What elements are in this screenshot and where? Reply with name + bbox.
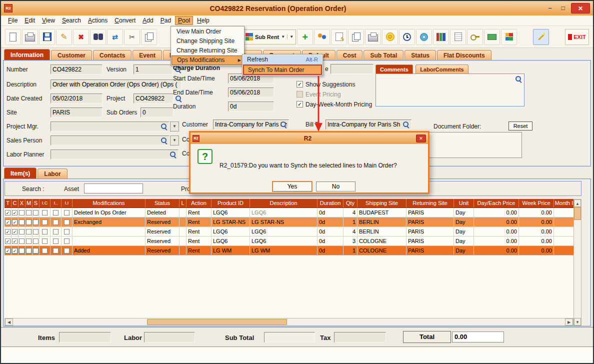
menu-view[interactable]: View <box>39 16 58 25</box>
date-created-field[interactable]: 05/02/2018 <box>50 94 102 104</box>
no-button[interactable]: No <box>316 182 356 192</box>
menu-add[interactable]: Add <box>140 16 156 25</box>
sales-person-field[interactable] <box>50 136 170 146</box>
menu-item-ops-modifications[interactable]: Ops Modifications ▶ <box>172 56 244 65</box>
row-checkbox[interactable]: ✓ <box>4 246 12 255</box>
row-checkbox[interactable] <box>40 236 50 246</box>
maximize-button[interactable]: □ <box>556 3 570 14</box>
table-row[interactable]: ✓ ✓ Added Reserved Rent LG WM LG WM 0d 1… <box>4 246 574 256</box>
project-mgr-search-icon[interactable] <box>160 123 168 130</box>
scrollbar-thumb[interactable] <box>147 319 287 325</box>
row-checkbox[interactable] <box>62 218 72 226</box>
row-checkbox[interactable] <box>40 227 50 236</box>
scroll-left-icon[interactable]: ◀ <box>5 318 13 326</box>
end-date-field[interactable]: 05/06/2018 <box>228 88 274 98</box>
tab-items[interactable]: Item(s) <box>4 168 36 178</box>
duration-field[interactable]: 0d <box>228 102 274 112</box>
history-button[interactable] <box>399 29 415 45</box>
duplicate-button[interactable] <box>348 29 364 45</box>
project-mgr-field[interactable] <box>50 122 170 132</box>
tab-comments[interactable]: Comments <box>376 64 413 74</box>
menu-item-change-shipping-site[interactable]: Change Shipping Site <box>172 36 244 46</box>
tab-information[interactable]: Information <box>4 49 50 60</box>
menu-edit[interactable]: Edit <box>22 16 38 25</box>
scroll-right-icon[interactable]: ▶ <box>565 318 573 326</box>
row-checkbox[interactable] <box>50 208 62 217</box>
sales-person-dropdown[interactable]: ▼ <box>170 136 179 146</box>
row-checkbox[interactable] <box>18 208 26 217</box>
row-checkbox[interactable] <box>62 246 72 255</box>
security-button[interactable] <box>467 29 483 45</box>
scrollbar-thumb[interactable] <box>574 207 581 220</box>
number-field[interactable]: CO429822 <box>50 64 102 74</box>
row-checkbox[interactable] <box>32 227 40 236</box>
transfer-button[interactable]: ⇄ <box>107 29 123 45</box>
dialog-titlebar[interactable]: R2 R2 ✕ <box>190 132 428 144</box>
labor-planner-search-icon[interactable] <box>170 151 176 158</box>
table-row[interactable]: ✓ ✓ Reserved Rent LGQ6 LGQ6 0d 3 COLOGNE… <box>4 236 574 246</box>
scrollbar-track[interactable] <box>574 220 581 318</box>
menu-help[interactable]: Help <box>194 16 212 25</box>
labor-planner-field[interactable] <box>50 150 178 160</box>
row-checkbox[interactable] <box>50 218 62 226</box>
chevron-down-icon[interactable]: ▼ <box>287 34 294 39</box>
project-mgr-dropdown[interactable]: ▼ <box>170 122 179 132</box>
row-checkbox[interactable] <box>18 236 26 246</box>
row-checkbox[interactable] <box>40 218 50 226</box>
row-checkbox[interactable]: ✓ <box>12 246 18 255</box>
menu-search[interactable]: Search <box>59 16 84 25</box>
comments-textarea[interactable] <box>376 74 524 106</box>
description-field[interactable]: Order with Operation Order (Ops Order) (… <box>50 80 182 90</box>
event-pricing-checkbox[interactable] <box>296 91 303 98</box>
components-button[interactable] <box>501 29 517 45</box>
reset-button[interactable]: Reset <box>508 122 532 130</box>
menu-file[interactable]: File <box>5 16 20 25</box>
notes-button[interactable] <box>450 29 466 45</box>
row-checkbox[interactable] <box>32 236 40 246</box>
menu-item-change-returning-site[interactable]: Change Returning Site <box>172 46 244 56</box>
row-checkbox[interactable]: ✓ <box>4 218 12 226</box>
tab-cost[interactable]: Cost <box>336 50 363 60</box>
feedback-button[interactable]: ☺ <box>382 29 398 45</box>
project-search-icon[interactable] <box>175 95 182 102</box>
tab-sub-total[interactable]: Sub Total <box>364 50 404 60</box>
row-checkbox[interactable] <box>50 236 62 246</box>
row-checkbox[interactable] <box>32 246 40 255</box>
menu-item-synch-to-main-order[interactable]: Synch To Main Order <box>243 64 322 75</box>
row-checkbox[interactable]: ✓ <box>12 227 18 236</box>
table-row[interactable]: ✓ ✓ Deleted In Ops Order Deleted Rent LG… <box>4 208 574 218</box>
horizontal-scrollbar[interactable]: ◀ ▶ <box>4 318 574 326</box>
row-checkbox[interactable] <box>50 246 62 255</box>
cut-button[interactable]: ✂ <box>124 29 140 45</box>
tab-labor[interactable]: Labor <box>38 168 67 178</box>
row-checkbox[interactable] <box>26 218 32 226</box>
row-checkbox[interactable] <box>18 218 26 226</box>
row-checkbox[interactable] <box>18 246 26 255</box>
row-checkbox[interactable] <box>26 227 32 236</box>
menu-convert[interactable]: Convert <box>112 16 138 25</box>
close-button[interactable]: ✕ <box>571 3 590 14</box>
add-line-button[interactable]: + <box>297 29 313 45</box>
row-checkbox[interactable]: ✓ <box>12 218 18 226</box>
tab-customer[interactable]: Customer <box>51 50 92 60</box>
row-checkbox[interactable] <box>26 208 32 217</box>
yes-button[interactable]: Yes <box>272 182 312 192</box>
menu-item-view-main-order[interactable]: View Main Order <box>172 27 244 36</box>
print-preview-button[interactable] <box>365 29 381 45</box>
version-field[interactable]: 1 <box>134 64 172 74</box>
menu-pad[interactable]: Pad <box>158 16 174 25</box>
menu-pool[interactable]: Pool <box>175 16 193 25</box>
row-checkbox[interactable]: ✓ <box>4 236 12 246</box>
dwm-pricing-checkbox[interactable]: ✓ <box>296 101 303 108</box>
bill-to-field[interactable]: Intra-Company for Paris Sh <box>326 120 412 130</box>
edit-button[interactable]: ✎ <box>56 29 72 45</box>
scroll-down-icon[interactable]: ▼ <box>574 318 581 326</box>
asset-search-input[interactable] <box>84 184 143 194</box>
minimize-button[interactable]: – <box>544 3 556 14</box>
vertical-scrollbar[interactable]: ▲ ▼ <box>574 199 582 326</box>
row-checkbox[interactable] <box>40 246 50 255</box>
row-checkbox[interactable] <box>26 236 32 246</box>
window-titlebar[interactable]: R2 CO429822 Reservation (Operation Order… <box>1 1 593 16</box>
bill-to-search-icon[interactable] <box>402 121 410 128</box>
row-checkbox[interactable] <box>32 208 40 217</box>
